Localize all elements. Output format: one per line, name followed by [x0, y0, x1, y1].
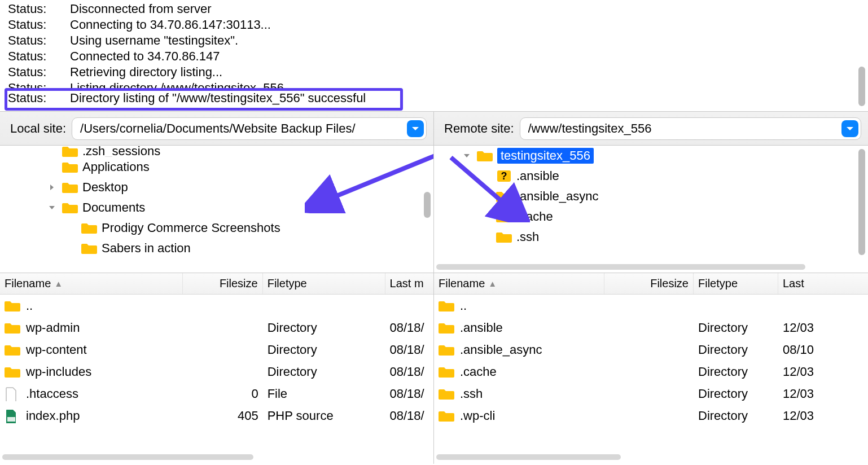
remote-tree-scrollbar-vertical[interactable]: [857, 147, 867, 261]
file-list-row[interactable]: ..: [0, 295, 433, 317]
remote-site-combo[interactable]: [520, 117, 862, 140]
folder-icon: [81, 221, 98, 235]
log-scrollbar-vertical[interactable]: [857, 1, 867, 110]
column-header-filename[interactable]: Filename▲: [0, 273, 183, 294]
tree-item[interactable]: Documents: [0, 198, 433, 218]
file-list-row[interactable]: wp-includesDirectory08/18/: [0, 361, 433, 383]
disclosure-chevron-icon[interactable]: [45, 204, 59, 211]
tree-item[interactable]: .ssh: [434, 227, 868, 247]
log-line: Status:Connecting to 34.70.86.147:30113.…: [0, 17, 868, 33]
remote-site-dropdown-button[interactable]: [841, 120, 858, 137]
sort-ascending-icon: ▲: [54, 279, 63, 288]
scrollbar-thumb[interactable]: [858, 67, 865, 106]
file-list-row[interactable]: wp-adminDirectory08/18/: [0, 317, 433, 339]
column-header-filetype[interactable]: Filetype: [694, 273, 778, 294]
file-size: 405: [183, 409, 263, 423]
remote-site-path-input[interactable]: [528, 121, 842, 136]
tree-item[interactable]: testingsitex_556: [434, 146, 868, 166]
local-list-scrollbar-horizontal[interactable]: [2, 453, 421, 462]
tree-item[interactable]: Applications: [0, 157, 433, 177]
local-file-list[interactable]: Filename▲ Filesize Filetype Last m ..wp-…: [0, 273, 434, 464]
file-name: .ssh: [460, 387, 483, 401]
file-list-row[interactable]: .htaccess0File08/18/: [0, 383, 433, 405]
folder-icon: [5, 321, 20, 335]
folder-icon: [62, 160, 79, 174]
scrollbar-thumb[interactable]: [424, 192, 431, 218]
sort-ascending-icon: ▲: [488, 279, 497, 288]
file-list-row[interactable]: .sshDirectory12/03: [434, 383, 868, 405]
file-modified: 08/18/: [385, 365, 433, 379]
log-line: Status:Using username "testingsitex".: [0, 33, 868, 49]
disclosure-chevron-icon[interactable]: [460, 152, 474, 159]
folder-icon: [477, 149, 494, 163]
chevron-down-icon: [411, 126, 419, 131]
tree-item[interactable]: .cache: [434, 207, 868, 227]
remote-directory-tree[interactable]: testingsitex_556?.ansible.ansible_async.…: [434, 146, 868, 273]
remote-tree-scrollbar-horizontal[interactable]: [436, 262, 856, 271]
file-list-row[interactable]: ..: [434, 295, 868, 317]
column-header-filename[interactable]: Filename▲: [434, 273, 604, 294]
folder-icon: [5, 299, 20, 313]
remote-list-scrollbar-horizontal[interactable]: [436, 453, 856, 462]
chevron-down-icon: [846, 126, 854, 131]
tree-item[interactable]: ?.ansible: [434, 166, 868, 186]
folder-icon: [496, 210, 513, 223]
remote-file-list[interactable]: Filename▲ Filesize Filetype Last ...ansi…: [434, 273, 868, 464]
remote-site-label: Remote site:: [444, 121, 514, 136]
column-header-lastmod[interactable]: Last m: [385, 273, 433, 294]
svg-rect-4: [7, 417, 15, 422]
file-list-row[interactable]: .cacheDirectory12/03: [434, 361, 868, 383]
file-type: Directory: [263, 321, 385, 335]
file-type: Directory: [694, 343, 778, 357]
file-type: PHP source: [263, 409, 385, 423]
file-name: wp-content: [26, 343, 87, 357]
file-type: Directory: [694, 409, 778, 423]
scrollbar-thumb[interactable]: [436, 454, 621, 460]
column-header-filesize[interactable]: Filesize: [183, 273, 263, 294]
tree-item[interactable]: .zsh_sessions: [0, 146, 433, 157]
tree-item-label: .ansible: [516, 169, 559, 183]
scrollbar-thumb[interactable]: [2, 454, 253, 460]
scrollbar-thumb[interactable]: [858, 149, 865, 255]
tree-item[interactable]: Prodigy Commerce Screenshots: [0, 218, 433, 238]
tree-item-label: Prodigy Commerce Screenshots: [102, 221, 280, 235]
folder-icon: [439, 321, 454, 335]
file-modified: 12/03: [778, 365, 823, 379]
tree-item-label: Sabers in action: [102, 241, 191, 256]
file-list-row[interactable]: .ansibleDirectory12/03: [434, 317, 868, 339]
local-site-combo[interactable]: [72, 117, 427, 140]
file-modified: 12/03: [778, 409, 823, 423]
column-header-filetype[interactable]: Filetype: [263, 273, 385, 294]
file-type: Directory: [694, 387, 778, 401]
disclosure-chevron-icon[interactable]: [45, 184, 59, 191]
folder-icon: [62, 201, 79, 214]
file-list-row[interactable]: .ansible_asyncDirectory08/10: [434, 339, 868, 361]
tree-item-label: Documents: [82, 200, 145, 215]
local-site-path-input[interactable]: [80, 121, 407, 136]
column-header-filesize[interactable]: Filesize: [604, 273, 694, 294]
tree-item-label: .zsh_sessions: [82, 146, 160, 157]
file-list-row[interactable]: wp-contentDirectory08/18/: [0, 339, 433, 361]
tree-item-label: testingsitex_556: [497, 148, 594, 164]
file-modified: 08/18/: [385, 387, 433, 401]
folder-icon: [439, 365, 454, 379]
tree-item[interactable]: Desktop: [0, 177, 433, 198]
file-list-row[interactable]: index.php405PHP source08/18/: [0, 405, 433, 427]
svg-text:?: ?: [501, 170, 507, 182]
log-line: Status:Connected to 34.70.86.147: [0, 49, 868, 64]
scrollbar-thumb[interactable]: [436, 264, 805, 270]
file-list-row[interactable]: .wp-cliDirectory12/03: [434, 405, 868, 427]
file-name: .ansible: [460, 321, 503, 335]
local-directory-tree[interactable]: .zsh_sessionsApplicationsDesktopDocument…: [0, 146, 434, 273]
remote-site-bar: Remote site:: [434, 112, 868, 146]
local-site-dropdown-button[interactable]: [407, 120, 424, 137]
file-modified: 08/18/: [385, 409, 433, 423]
php-file-icon: [5, 409, 20, 423]
file-modified: 08/18/: [385, 343, 433, 357]
log-line: Status:Directory listing of "/www/testin…: [0, 90, 868, 106]
file-modified: 12/03: [778, 387, 823, 401]
tree-item[interactable]: .ansible_async: [434, 186, 868, 207]
tree-item[interactable]: Sabers in action: [0, 238, 433, 258]
column-header-lastmod[interactable]: Last: [778, 273, 823, 294]
local-tree-scrollbar-vertical[interactable]: [422, 147, 432, 261]
